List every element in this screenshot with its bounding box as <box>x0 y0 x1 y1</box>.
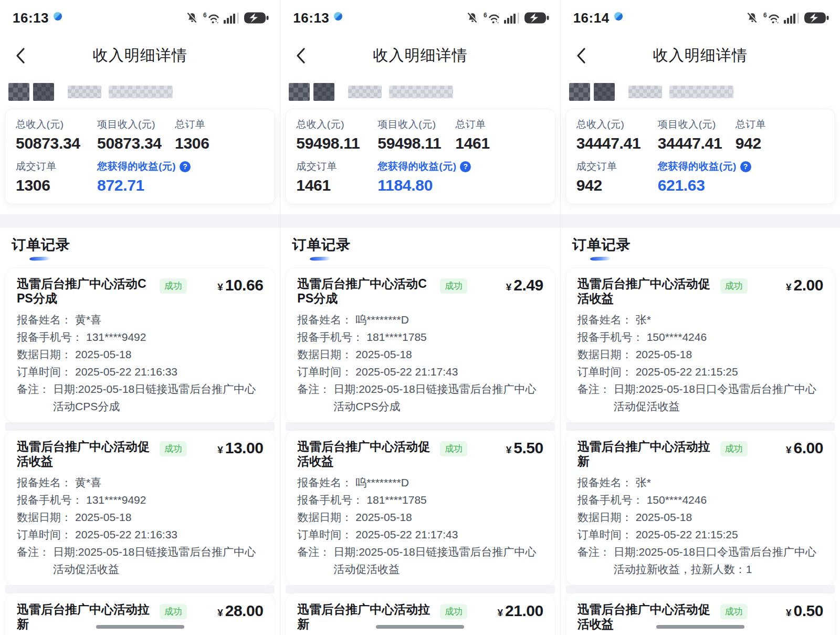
back-icon[interactable] <box>294 47 308 65</box>
field-label: 备注： <box>17 380 50 415</box>
order-title: 迅雷后台推广中心活动促活收益 <box>17 439 153 469</box>
field-label: 订单时间： <box>297 363 352 380</box>
field-value: 2025-05-22 21:17:43 <box>355 363 543 380</box>
stat-label: 总收入(元) <box>296 118 377 131</box>
stat-value: 50873.34 <box>97 134 175 152</box>
order-field-row: 数据日期：2025-05-18 <box>297 346 543 363</box>
yen-symbol: ¥ <box>217 607 223 619</box>
amount-value: 5.50 <box>513 439 543 457</box>
field-value: 呜********D <box>355 311 543 328</box>
order-field-row: 备注：日期:2025-05-18日链接迅雷后台推广中心活动CPS分成 <box>297 380 543 415</box>
field-value: 2025-05-22 21:16:33 <box>75 363 263 380</box>
stat-label: 项目收入(元) <box>97 118 175 131</box>
stat-label: 成交订单 <box>16 160 97 173</box>
order-records-section: 订单记录 迅雷后台推广中心活动促活收益 成功 ¥2.00 报备姓名：张*报备手机… <box>561 228 840 635</box>
field-label: 报备手机号： <box>578 328 644 346</box>
field-value: 2025-05-18 <box>636 346 823 363</box>
order-field-row: 备注：日期:2025-05-18日链接迅雷后台推广中心活动促活收益 <box>17 543 263 578</box>
field-value: 黄*喜 <box>75 311 263 328</box>
stat-your-earnings: 您获得的收益(元)? 621.63 <box>658 160 824 194</box>
field-label: 备注： <box>578 543 611 578</box>
field-label: 订单时间： <box>297 526 352 543</box>
stat-label: 总订单 <box>455 118 544 131</box>
stat-label: 您获得的收益(元) <box>97 160 176 173</box>
order-field-row: 订单时间：2025-05-22 21:15:25 <box>578 363 823 380</box>
field-value: 2025-05-18 <box>355 346 543 363</box>
stat-value: 1461 <box>455 134 544 152</box>
order-field-row: 报备手机号：150****4246 <box>578 491 823 508</box>
field-label: 订单时间： <box>578 526 633 543</box>
home-indicator[interactable] <box>96 625 184 629</box>
status-badge: 成功 <box>160 278 187 294</box>
navbar: 收入明细详情 <box>0 43 280 68</box>
pixelated-block <box>289 83 310 101</box>
back-icon[interactable] <box>14 47 27 65</box>
stat-deal-orders: 成交订单 1461 <box>296 160 377 194</box>
network-6-icon <box>763 12 779 24</box>
question-circle-icon[interactable]: ? <box>180 161 191 172</box>
pixelated-block <box>109 86 173 98</box>
order-amount: ¥28.00 <box>217 602 263 620</box>
pixelated-block <box>348 86 382 98</box>
bell-muted-icon <box>466 12 479 24</box>
status-badge: 成功 <box>440 278 467 294</box>
section-divider <box>280 214 560 228</box>
order-amount: ¥2.49 <box>506 276 543 294</box>
order-card: 迅雷后台推广中心活动促活收益 成功 ¥2.00 报备姓名：张*报备手机号：150… <box>566 268 835 422</box>
yen-symbol: ¥ <box>506 444 512 456</box>
status-badge: 成功 <box>160 441 187 456</box>
signal-bars-icon <box>504 12 519 24</box>
question-circle-icon[interactable]: ? <box>460 161 471 172</box>
title-underline-swoosh <box>310 256 331 261</box>
stat-project-income: 项目收入(元) 34447.41 <box>658 118 736 152</box>
field-label: 备注： <box>578 380 611 415</box>
stat-label: 总订单 <box>736 118 824 131</box>
order-list[interactable]: 迅雷后台推广中心活动CPS分成 成功 ¥2.49 报备姓名：呜********D… <box>280 268 560 635</box>
pixelated-block <box>389 86 453 98</box>
order-field-row: 报备姓名：呜********D <box>297 474 543 491</box>
field-value: 150****4246 <box>647 491 823 508</box>
stat-deal-orders: 成交订单 942 <box>576 160 658 194</box>
field-label: 备注： <box>17 543 50 578</box>
field-value: 2025-05-18 <box>636 508 823 526</box>
back-icon[interactable] <box>574 47 588 65</box>
question-circle-icon[interactable]: ? <box>740 161 751 172</box>
stat-total-income: 总收入(元) 34447.41 <box>576 118 658 152</box>
order-amount: ¥5.50 <box>506 439 543 457</box>
order-amount: ¥0.50 <box>786 602 823 620</box>
field-label: 报备姓名： <box>297 474 352 491</box>
order-list[interactable]: 迅雷后台推广中心活动CPS分成 成功 ¥10.66 报备姓名：黄*喜报备手机号：… <box>0 268 280 635</box>
order-card: 迅雷后台推广中心活动拉新 成功 ¥21.00 报备姓名：呜********D <box>286 594 554 635</box>
stat-total-orders: 总订单 1306 <box>175 118 264 152</box>
order-amount: ¥10.66 <box>217 276 263 294</box>
field-value: 呜********D <box>355 474 543 491</box>
order-card-header: 迅雷后台推广中心活动促活收益 成功 ¥2.00 <box>578 276 823 306</box>
order-card-header: 迅雷后台推广中心活动促活收益 成功 ¥5.50 <box>297 439 543 469</box>
pixelated-block <box>33 83 54 101</box>
signal-bars-icon <box>784 12 799 24</box>
order-field-row: 备注：日期:2025-05-18日链接迅雷后台推广中心活动CPS分成 <box>17 380 263 415</box>
page-title: 收入明细详情 <box>653 45 748 66</box>
field-value: 日期:2025-05-18日链接迅雷后台推广中心活动促活收益 <box>53 543 263 578</box>
home-indicator[interactable] <box>656 625 744 629</box>
order-field-row: 报备姓名：黄*喜 <box>17 311 263 328</box>
pixelated-block <box>569 83 590 101</box>
order-list[interactable]: 迅雷后台推广中心活动促活收益 成功 ¥2.00 报备姓名：张*报备手机号：150… <box>561 268 840 635</box>
home-indicator[interactable] <box>376 625 464 629</box>
field-label: 订单时间： <box>17 363 72 380</box>
yen-symbol: ¥ <box>217 444 223 456</box>
status-badge: 成功 <box>160 604 187 619</box>
status-bar: 16:13 <box>280 0 560 27</box>
stat-label: 成交订单 <box>296 160 377 173</box>
card-separator <box>5 422 275 431</box>
status-badge: 成功 <box>440 604 467 619</box>
signal-bars-icon <box>224 12 239 24</box>
stat-label: 您获得的收益(元) <box>377 160 456 173</box>
order-records-section: 订单记录 迅雷后台推广中心活动CPS分成 成功 ¥2.49 报备姓名：呜****… <box>280 228 560 635</box>
amount-value: 2.00 <box>794 276 823 294</box>
status-icons <box>746 11 830 25</box>
order-field-row: 报备姓名：黄*喜 <box>17 474 263 491</box>
field-value: 日期:2025-05-18日链接迅雷后台推广中心活动CPS分成 <box>53 380 263 415</box>
order-title: 迅雷后台推广中心活动促活收益 <box>578 276 714 306</box>
stat-project-income: 项目收入(元) 59498.11 <box>377 118 455 152</box>
